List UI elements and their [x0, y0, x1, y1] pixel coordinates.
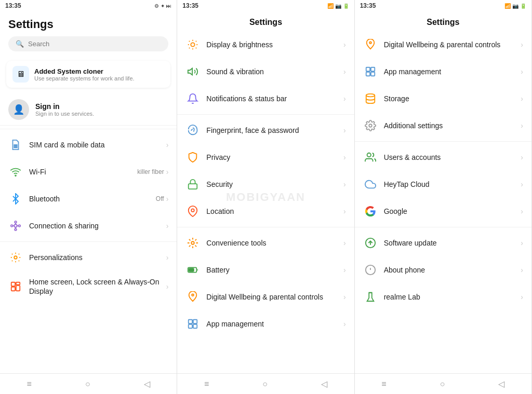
- fp-label: Fingerprint, face & password: [206, 126, 337, 135]
- item-notifications[interactable]: Notifications & status bar ›: [177, 85, 354, 112]
- sign-in-subtitle: Sign in to use services.: [35, 111, 94, 117]
- location-label: Location: [206, 207, 337, 216]
- dw-label: Digital Wellbeing & parental controls: [384, 40, 515, 49]
- svg-rect-26: [189, 268, 194, 271]
- users-icon: [363, 150, 378, 165]
- app-mgmt-icon: [363, 64, 378, 79]
- lab-icon: [363, 290, 378, 304]
- svg-point-4: [15, 175, 16, 176]
- item-google[interactable]: Google ›: [355, 198, 531, 225]
- conn-right: ›: [166, 222, 169, 230]
- search-icon: 🔍: [16, 40, 24, 48]
- bt-right: Off ›: [156, 195, 168, 203]
- item-wifi[interactable]: Wi-Fi killer fiber ›: [0, 158, 177, 185]
- item-convenience[interactable]: Convenience tools ›: [177, 229, 354, 256]
- security-right: ›: [343, 180, 346, 188]
- item-sim[interactable]: SIM card & mobile data ›: [0, 131, 177, 158]
- item-security[interactable]: Security ›: [177, 171, 354, 198]
- item-personalizations[interactable]: Personalizations ›: [0, 244, 177, 271]
- item-wellbeing-p2[interactable]: Digital Wellbeing & parental controls ›: [177, 283, 354, 310]
- item-additional[interactable]: Additional settings ›: [355, 112, 531, 139]
- item-fingerprint[interactable]: Fingerprint, face & password ›: [177, 117, 354, 144]
- security-chevron: ›: [343, 180, 346, 188]
- promo-icon: 🖥: [12, 66, 29, 83]
- status-icons-3: 📶 📷 🔋: [504, 3, 526, 9]
- item-location[interactable]: Location ›: [177, 198, 354, 225]
- item-update[interactable]: Software update ›: [355, 229, 531, 256]
- svg-point-5: [14, 224, 17, 227]
- search-input[interactable]: [28, 40, 161, 48]
- notif-content: Notifications & status bar: [206, 94, 337, 103]
- wellbeing-p2-label: Digital Wellbeing & parental controls: [206, 292, 337, 302]
- status-time-3: 13:35: [360, 2, 376, 9]
- back-btn-2[interactable]: ◁: [317, 375, 331, 393]
- phone-panel-2: MOBIGYAAN 13:35 📶 📷 🔋 Settings Display &…: [177, 0, 354, 394]
- item-users[interactable]: Users & accounts ›: [355, 144, 531, 171]
- item-digital-wellbeing[interactable]: Digital Wellbeing & parental controls ›: [355, 31, 531, 58]
- item-lab[interactable]: realme Lab ›: [355, 283, 531, 310]
- item-storage[interactable]: Storage ›: [355, 85, 531, 112]
- back-btn-3[interactable]: ◁: [494, 375, 509, 393]
- dw-content: Digital Wellbeing & parental controls: [384, 40, 515, 49]
- search-bar[interactable]: 🔍: [8, 36, 168, 51]
- notif-label: Notifications & status bar: [206, 94, 337, 103]
- fp-content: Fingerprint, face & password: [206, 126, 337, 135]
- item-battery[interactable]: Battery ›: [177, 256, 354, 283]
- svg-point-23: [192, 241, 195, 244]
- svg-rect-15: [11, 282, 15, 286]
- menu-btn-3[interactable]: ≡: [377, 375, 390, 393]
- item-homescreen[interactable]: Home screen, Lock screen & Always-On Dis…: [0, 271, 177, 302]
- svg-point-9: [19, 225, 21, 227]
- home-btn-1[interactable]: ○: [81, 375, 95, 393]
- notifications-icon: [185, 91, 200, 106]
- wellbeing-p2-content: Digital Wellbeing & parental controls: [206, 292, 337, 302]
- digital-wellbeing-icon: [363, 37, 378, 52]
- menu-btn-1[interactable]: ≡: [23, 375, 36, 393]
- menu-btn-2[interactable]: ≡: [200, 375, 213, 393]
- wellbeing-p2-chevron: ›: [343, 293, 346, 301]
- promo-card[interactable]: 🖥 Added System cloner Use separate syste…: [6, 61, 170, 88]
- sim-chevron: ›: [166, 141, 169, 149]
- status-bar-3: 13:35 📶 📷 🔋: [355, 0, 531, 11]
- item-about[interactable]: About phone ›: [355, 256, 531, 283]
- item-connection[interactable]: Connection & sharing ›: [0, 212, 177, 239]
- status-time-1: 13:35: [5, 2, 21, 9]
- item-bluetooth[interactable]: Bluetooth Off ›: [0, 185, 177, 212]
- phone-panel-1: 13:35 ⚙ ✦ ⏭ Settings 🔍 🖥 Added System cl…: [0, 0, 177, 394]
- item-display[interactable]: Display & brightness ›: [177, 31, 354, 58]
- convenience-icon: [185, 236, 200, 250]
- item-sound[interactable]: Sound & vibration ›: [177, 58, 354, 85]
- back-btn-1[interactable]: ◁: [140, 375, 154, 393]
- additional-icon: [363, 118, 378, 133]
- status-bar-2: 13:35 📶 📷 🔋: [177, 0, 354, 11]
- app-mgmt-right: ›: [521, 67, 523, 76]
- sim-content: SIM card & mobile data: [29, 140, 160, 150]
- display-right: ›: [343, 40, 346, 49]
- panel1-title: Settings: [8, 18, 168, 31]
- item-app-p2[interactable]: App management ›: [177, 310, 354, 337]
- privacy-chevron: ›: [343, 153, 346, 161]
- sign-in-section[interactable]: 👤 Sign in Sign in to use services.: [0, 94, 177, 126]
- svg-rect-30: [189, 324, 192, 328]
- users-content: Users & accounts: [384, 153, 515, 162]
- privacy-label: Privacy: [206, 153, 337, 162]
- item-app-mgmt[interactable]: App management ›: [355, 58, 531, 85]
- location-content: Location: [206, 207, 337, 216]
- svg-rect-17: [11, 287, 15, 291]
- about-right: ›: [521, 266, 523, 274]
- home-btn-3[interactable]: ○: [436, 375, 449, 393]
- wellbeing-p2-icon: [185, 290, 200, 304]
- lab-right: ›: [521, 293, 523, 301]
- status-time-2: 13:35: [182, 2, 198, 9]
- home-btn-2[interactable]: ○: [258, 375, 272, 393]
- conn-content: Connection & sharing: [29, 221, 160, 230]
- item-heytap[interactable]: HeyTap Cloud ›: [355, 171, 531, 198]
- svg-point-39: [367, 153, 370, 157]
- security-content: Security: [206, 180, 337, 189]
- location-icon: [185, 204, 200, 219]
- additional-right: ›: [521, 121, 523, 130]
- item-privacy[interactable]: Privacy ›: [177, 144, 354, 171]
- update-chevron: ›: [521, 239, 523, 247]
- homescreen-icon: [8, 279, 23, 294]
- panel3-content: Digital Wellbeing & parental controls › …: [355, 31, 531, 394]
